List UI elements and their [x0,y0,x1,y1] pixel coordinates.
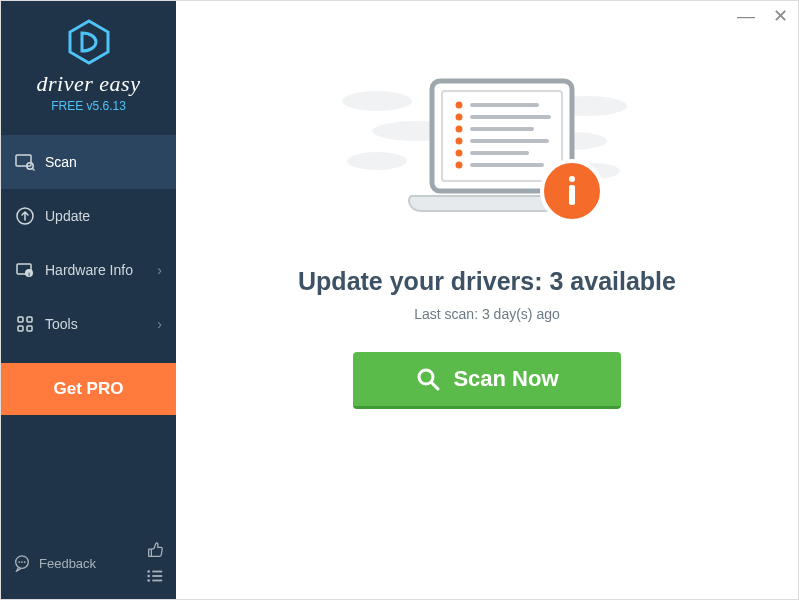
scan-now-label: Scan Now [453,366,558,392]
svg-point-13 [18,561,20,563]
svg-rect-19 [152,575,162,577]
get-pro-label: Get PRO [54,379,124,398]
last-scan-text: Last scan: 3 day(s) ago [414,306,560,322]
thumbs-up-icon[interactable] [146,541,164,559]
app-window: driver easy FREE v5.6.13 Scan Update i [0,0,799,600]
svg-point-38 [456,126,463,133]
svg-point-40 [456,150,463,157]
svg-rect-1 [16,155,31,166]
sidebar: driver easy FREE v5.6.13 Scan Update i [1,1,176,599]
brand-name: driver easy [1,71,176,97]
update-icon [15,206,35,226]
svg-rect-17 [152,571,162,573]
svg-rect-11 [27,326,32,331]
svg-rect-8 [18,317,23,322]
app-logo-icon [66,19,112,65]
chevron-right-icon: › [157,316,162,332]
sidebar-item-hardware-info[interactable]: i Hardware Info › [1,243,176,297]
svg-point-41 [456,162,463,169]
spacer [1,415,176,531]
get-pro-button[interactable]: Get PRO [1,363,176,415]
tools-icon [15,314,35,334]
svg-point-16 [147,570,150,573]
search-icon [415,366,441,392]
nav: Scan Update i Hardware Info › Tools [1,135,176,351]
svg-rect-9 [27,317,32,322]
sidebar-item-label: Scan [45,154,77,170]
svg-marker-0 [70,21,108,63]
bottom-bar: Feedback [1,531,176,599]
sidebar-item-update[interactable]: Update [1,189,176,243]
svg-point-14 [21,561,23,563]
svg-line-3 [33,169,35,171]
svg-point-36 [456,102,463,109]
sidebar-item-label: Update [45,208,90,224]
main-content: — ✕ [176,1,798,599]
svg-point-18 [147,575,150,578]
minimize-button[interactable]: — [737,7,755,25]
feedback-label: Feedback [39,556,96,571]
svg-point-20 [147,579,150,582]
svg-point-37 [456,114,463,121]
version-label: FREE v5.6.13 [1,99,176,113]
scan-now-button[interactable]: Scan Now [353,352,620,409]
content-center: Update your drivers: 3 available Last sc… [176,1,798,409]
svg-rect-10 [18,326,23,331]
feedback-button[interactable]: Feedback [13,554,96,572]
svg-point-24 [347,152,407,170]
svg-point-43 [569,176,575,182]
illustration [337,71,637,245]
speech-bubble-icon [13,554,31,572]
logo-area: driver easy FREE v5.6.13 [1,1,176,125]
sidebar-item-tools[interactable]: Tools › [1,297,176,351]
svg-point-22 [342,91,412,111]
scan-icon [15,152,35,172]
close-button[interactable]: ✕ [773,7,788,25]
sidebar-item-label: Hardware Info [45,262,133,278]
main-heading: Update your drivers: 3 available [298,267,676,296]
svg-line-46 [432,383,439,390]
svg-point-39 [456,138,463,145]
list-icon[interactable] [146,567,164,585]
right-icons [146,541,164,585]
chevron-right-icon: › [157,262,162,278]
hardware-info-icon: i [15,260,35,280]
sidebar-item-label: Tools [45,316,78,332]
svg-rect-44 [569,185,575,205]
sidebar-item-scan[interactable]: Scan [1,135,176,189]
svg-point-15 [24,561,26,563]
window-controls: — ✕ [737,7,788,25]
svg-rect-21 [152,580,162,582]
